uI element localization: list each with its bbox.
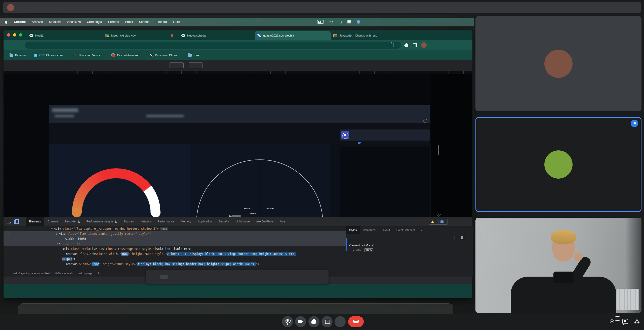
- devtools-tab[interactable]: Performance insights: [83, 217, 120, 226]
- coverage-icon[interactable]: [455, 236, 458, 239]
- menubar-item[interactable]: Modifica: [49, 20, 61, 24]
- bookmark-label: CSS Classes cons...: [39, 54, 66, 57]
- menubar-item[interactable]: Finestra: [156, 20, 167, 24]
- viewport-height-input[interactable]: [189, 62, 203, 68]
- control-center-icon[interactable]: [347, 20, 351, 23]
- devtools-tab-label: Elements: [29, 220, 41, 223]
- styles-tab[interactable]: Styles: [346, 226, 360, 234]
- camera-button[interactable]: [295, 316, 306, 327]
- bookmark-item[interactable]: Bitmama: [10, 54, 26, 57]
- devtools-tab[interactable]: Recorder: [61, 217, 83, 226]
- extensions-icon[interactable]: [405, 44, 408, 47]
- viewport-ruler: [4, 71, 472, 75]
- viewport-width-input[interactable]: [170, 62, 184, 68]
- apple-menu-icon[interactable]: [5, 20, 8, 24]
- menubar-item[interactable]: Guida: [173, 20, 181, 24]
- styles-tab[interactable]: Layout: [379, 226, 393, 234]
- close-window-button[interactable]: [7, 33, 10, 37]
- tab-favicon: [105, 34, 109, 37]
- breadcrumb-item[interactable]: main#layout.q-page.layout-fixed: [13, 272, 50, 275]
- styles-tab[interactable]: Computed: [360, 226, 379, 234]
- menubar-item[interactable]: Cronologia: [87, 20, 102, 24]
- devtools-tab[interactable]: Network: [137, 217, 154, 226]
- bookmark-item[interactable]: News and Views i...: [73, 54, 104, 57]
- css-rule-line[interactable]: element.style {: [346, 243, 473, 248]
- dom-node-line[interactable]: ▼ <div class="flex capture__wrapper roun…: [4, 226, 346, 231]
- menubar-item[interactable]: Scheda: [139, 20, 149, 24]
- present-button[interactable]: [321, 316, 333, 327]
- participants-icon[interactable]: [610, 319, 615, 323]
- devtools-tab[interactable]: Lighthouse: [232, 217, 253, 226]
- dom-node-line[interactable]: <canvas class="absolute" width="1682" he…: [4, 251, 346, 256]
- styles-tab[interactable]: »: [418, 226, 426, 234]
- chat-icon[interactable]: [622, 319, 628, 324]
- dom-node-line[interactable]: ">flex == $0: [4, 241, 346, 246]
- devtools-tab[interactable]: Sources: [120, 217, 137, 226]
- bookmark-item[interactable]: K CSS Classes cons...: [34, 54, 66, 57]
- devtools-tab[interactable]: Console: [44, 217, 61, 226]
- more-options-button[interactable]: [335, 316, 346, 327]
- devtools-tab[interactable]: Vue: [277, 217, 288, 226]
- inspect-element-icon[interactable]: [7, 220, 11, 223]
- bookmark-item[interactable]: Cioccolato in tazz...: [111, 53, 142, 57]
- side-panel-icon[interactable]: [413, 43, 417, 47]
- bookmark-item[interactable]: thux: [188, 54, 199, 57]
- devtools-tab[interactable]: Application: [194, 217, 215, 226]
- dom-node-line[interactable]: ▼ <div class="flex items-center justify-…: [4, 231, 346, 236]
- warning-icon: [431, 220, 434, 223]
- browser-tab[interactable]: Meet - cxt-yiuq-vdv: [103, 31, 179, 40]
- bookmark-item[interactable]: Panettone Classic...: [150, 54, 181, 57]
- browser-tab[interactable]: quasar2022.socratech.it: [255, 31, 331, 40]
- devtools-tab[interactable]: Performance: [154, 217, 178, 226]
- menubar-item[interactable]: Archivio: [32, 20, 43, 24]
- browser-tab[interactable]: Nuova scheda: [179, 31, 255, 40]
- zoom-window-button[interactable]: [19, 33, 22, 37]
- devtools-tab[interactable]: Security: [215, 217, 232, 226]
- wifi-icon[interactable]: [329, 20, 333, 23]
- minimize-window-button[interactable]: [13, 33, 16, 37]
- viewport-resize-handle-horizontal[interactable]: [232, 215, 241, 217]
- dom-node-line[interactable]: ▼ <div class="relative-position stressDo…: [4, 246, 346, 251]
- menubar-item[interactable]: Preferiti: [108, 20, 119, 24]
- bookmark-favicon: [150, 54, 153, 57]
- breadcrumb-item[interactable]: main.q-page: [77, 272, 92, 275]
- spotlight-icon[interactable]: [339, 21, 342, 23]
- experiment-icon: [78, 220, 80, 223]
- live-video-feed: [358, 142, 362, 144]
- participant-tile[interactable]: [475, 16, 641, 111]
- styles-tab[interactable]: Event Listeners: [393, 226, 418, 234]
- audio-indicator-icon: [631, 120, 638, 127]
- devtools-tab[interactable]: axe DevTools: [253, 217, 277, 226]
- browser-tab[interactable]: Javascript - Chart.js with resp: [331, 31, 407, 40]
- menubar-item[interactable]: Chrome: [14, 20, 26, 24]
- menubar-item[interactable]: Profili: [125, 20, 133, 24]
- devtools-tab[interactable]: Memory: [178, 217, 195, 226]
- activities-icon[interactable]: [634, 319, 639, 323]
- dom-node-line[interactable]: <canvas width="1682" height="600" style=…: [4, 261, 346, 267]
- devtools-status-badges[interactable]: [429, 219, 448, 225]
- raise-hand-button[interactable]: [308, 316, 319, 327]
- dom-node-line[interactable]: 841px;">: [4, 256, 346, 261]
- participant-avatar: [544, 150, 573, 179]
- self-view-tile[interactable]: [475, 218, 641, 313]
- profile-avatar[interactable]: [421, 42, 427, 48]
- siri-icon[interactable]: [357, 20, 360, 24]
- chrome-window: Novità Meet - cxt-yiuq-vdv Nuova scheda: [4, 30, 472, 298]
- browser-tab[interactable]: Novità: [27, 31, 103, 40]
- menubar-item[interactable]: Visualizza: [67, 20, 81, 24]
- share-icon[interactable]: [390, 43, 393, 47]
- viewport-resize-handle-vertical[interactable]: [438, 145, 439, 155]
- stop-sharing-button[interactable]: [160, 275, 168, 279]
- device-toolbar-toggle-icon[interactable]: [15, 219, 19, 224]
- participant-tile-speaking[interactable]: [475, 117, 641, 212]
- layout-panel-icon[interactable]: [461, 236, 465, 239]
- dom-node-line[interactable]: width: 100%;: [4, 236, 346, 241]
- breadcrumb-item[interactable]: div: [97, 272, 100, 275]
- mic-button[interactable]: [282, 316, 293, 327]
- leave-call-button[interactable]: [348, 316, 364, 327]
- url-bar[interactable]: [25, 42, 401, 49]
- breadcrumb-item[interactable]: div#layout-main: [55, 272, 73, 275]
- devtools-tab[interactable]: Elements: [26, 217, 44, 226]
- css-rule-line[interactable]: width: 100%;: [346, 248, 473, 253]
- bookmark-label: News and Views i...: [78, 54, 104, 57]
